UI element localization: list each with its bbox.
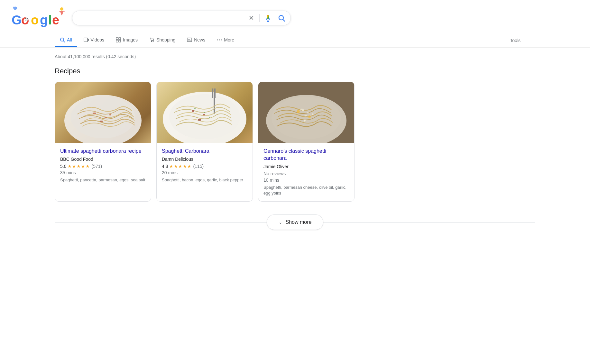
nav-tools[interactable]: Tools <box>505 34 526 47</box>
search-divider <box>259 14 260 22</box>
svg-rect-44 <box>214 88 214 98</box>
nav-item-videos[interactable]: Videos <box>78 33 110 47</box>
google-logo: G o o g l e <box>8 5 66 31</box>
search-bar[interactable]: spaghetti carbonara recipe ✕ <box>72 11 291 25</box>
show-more-button[interactable]: ⌄ Show more <box>267 214 324 230</box>
svg-rect-47 <box>203 114 205 115</box>
svg-rect-19 <box>119 38 121 40</box>
svg-point-0 <box>60 7 63 11</box>
svg-rect-16 <box>84 38 88 42</box>
svg-rect-33 <box>93 113 96 114</box>
svg-point-32 <box>71 96 135 138</box>
nav-item-all[interactable]: All <box>55 33 77 47</box>
recipe-cards-container: Ultimate spaghetti carbonara recipe BBC … <box>55 82 535 202</box>
svg-text:e: e <box>52 13 59 27</box>
svg-point-59 <box>302 109 304 111</box>
svg-point-28 <box>217 40 218 41</box>
results-area: About 41,100,000 results (0.42 seconds) … <box>0 48 590 243</box>
svg-rect-5 <box>27 18 28 19</box>
svg-line-13 <box>283 20 285 22</box>
svg-text:g: g <box>40 13 48 27</box>
recipes-section-title: Recipes <box>55 67 535 75</box>
svg-point-57 <box>297 110 300 113</box>
recipe-time-2: 20 mins <box>162 170 247 175</box>
recipe-card-body-2: Spaghetti Carbonara Damn Delicious 4.8 ★… <box>157 143 253 188</box>
recipe-time-1: 35 mins <box>60 170 146 175</box>
recipe-card-3[interactable]: Gennaro's classic spaghetti carbonara Ja… <box>258 82 355 202</box>
svg-point-52 <box>199 110 200 111</box>
rating-value-1: 5.0 <box>60 164 66 169</box>
stars-2: ★★★★★ <box>169 164 192 169</box>
recipe-image-1 <box>55 82 151 143</box>
nav-item-shopping[interactable]: Shopping <box>144 33 180 47</box>
recipe-source-1: BBC Good Food <box>60 157 146 162</box>
show-more-label: Show more <box>286 219 312 225</box>
search-nav-icon <box>60 37 65 42</box>
recipe-card-body-3: Gennaro's classic spaghetti carbonara Ja… <box>258 143 354 201</box>
svg-rect-4 <box>25 18 26 19</box>
recipe-source-3: Jamie Oliver <box>263 164 349 169</box>
svg-point-56 <box>272 97 341 139</box>
more-nav-icon <box>217 37 222 42</box>
video-nav-icon <box>84 37 89 42</box>
recipe-ingredients-1: Spaghetti, pancetta, parmesan, eggs, sea… <box>60 177 146 183</box>
nav-item-images[interactable]: Images <box>111 33 143 47</box>
svg-point-23 <box>153 41 154 42</box>
nav-item-news[interactable]: News <box>182 33 210 47</box>
svg-point-58 <box>308 115 311 118</box>
recipe-rating-row-1: 5.0 ★★★★★ (571) <box>60 164 146 169</box>
svg-point-51 <box>209 117 210 118</box>
nav-bar: All Videos Images Shopping Ne <box>0 33 590 48</box>
svg-text:G: G <box>12 13 22 27</box>
recipe-rating-row-2: 4.8 ★★★★★ (115) <box>162 164 247 169</box>
recipe-image-3 <box>258 82 354 143</box>
images-nav-icon <box>116 37 121 42</box>
recipe-rating-row-3: No reviews <box>263 171 349 176</box>
search-input[interactable]: spaghetti carbonara recipe <box>78 15 245 21</box>
svg-rect-43 <box>212 88 213 98</box>
svg-point-50 <box>204 112 205 113</box>
svg-rect-35 <box>100 121 103 122</box>
recipe-title-1: Ultimate spaghetti carbonara recipe <box>60 148 146 155</box>
svg-text:o: o <box>31 13 39 27</box>
clear-search-icon[interactable]: ✕ <box>247 13 255 23</box>
svg-text:l: l <box>48 13 52 27</box>
svg-rect-18 <box>116 38 118 40</box>
recipe-card-1[interactable]: Ultimate spaghetti carbonara recipe BBC … <box>55 82 151 202</box>
svg-rect-34 <box>105 117 107 118</box>
svg-rect-45 <box>215 88 216 98</box>
svg-rect-46 <box>192 110 194 112</box>
header: G o o g l e spaghetti carbonara recipe ✕ <box>0 0 590 31</box>
shopping-nav-icon <box>149 37 154 42</box>
chevron-down-icon: ⌄ <box>279 220 282 225</box>
show-more-container: ⌄ Show more <box>55 214 535 230</box>
svg-point-29 <box>219 40 220 41</box>
nav-item-more[interactable]: More <box>212 33 239 47</box>
svg-point-60 <box>312 114 314 115</box>
recipe-time-3: 10 mins <box>263 177 349 183</box>
svg-rect-48 <box>198 119 201 121</box>
rating-value-2: 4.8 <box>162 164 168 169</box>
svg-point-61 <box>304 120 306 122</box>
svg-rect-36 <box>109 114 111 115</box>
svg-marker-17 <box>88 39 89 41</box>
rating-count-2: (115) <box>193 164 204 169</box>
rating-count-1: (571) <box>91 164 102 169</box>
recipe-ingredients-2: Spaghetti, bacon, eggs, garlic, black pe… <box>162 177 247 183</box>
svg-line-15 <box>63 41 65 42</box>
recipe-title-2: Spaghetti Carbonara <box>162 148 247 155</box>
stars-1: ★★★★★ <box>68 164 90 169</box>
recipe-card-body-1: Ultimate spaghetti carbonara recipe BBC … <box>55 143 151 188</box>
svg-rect-21 <box>119 40 121 42</box>
news-nav-icon <box>187 37 192 42</box>
rating-value-3: No reviews <box>263 171 286 176</box>
recipe-card-2[interactable]: Spaghetti Carbonara Damn Delicious 4.8 ★… <box>156 82 253 202</box>
results-stats: About 41,100,000 results (0.42 seconds) <box>55 54 535 59</box>
svg-point-37 <box>96 110 97 112</box>
recipe-source-2: Damn Delicious <box>162 157 247 162</box>
microphone-icon[interactable] <box>263 14 272 23</box>
recipe-title-3: Gennaro's classic spaghetti carbonara <box>263 148 349 162</box>
search-submit-icon[interactable] <box>278 14 285 22</box>
svg-rect-20 <box>116 40 118 42</box>
recipe-image-2 <box>157 82 253 143</box>
